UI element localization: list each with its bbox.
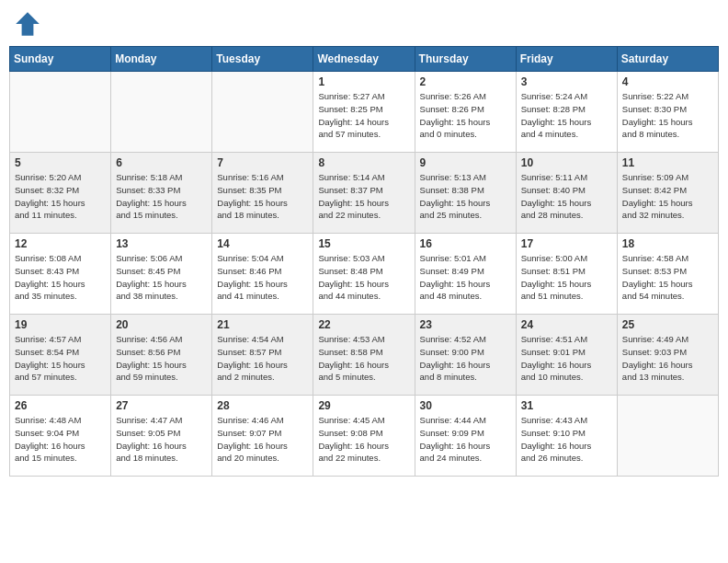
calendar-header-row: SundayMondayTuesdayWednesdayThursdayFrid… [10,47,719,72]
day-info: Sunrise: 4:52 AM Sunset: 9:00 PM Dayligh… [420,333,511,384]
calendar-cell: 28Sunrise: 4:46 AM Sunset: 9:07 PM Dayli… [212,396,313,477]
day-number: 12 [15,237,106,250]
calendar-cell: 18Sunrise: 4:58 AM Sunset: 8:53 PM Dayli… [617,234,718,315]
calendar-cell: 12Sunrise: 5:08 AM Sunset: 8:43 PM Dayli… [10,234,111,315]
calendar-cell: 10Sunrise: 5:11 AM Sunset: 8:40 PM Dayli… [516,153,617,234]
day-number: 15 [318,237,409,250]
calendar-cell: 9Sunrise: 5:13 AM Sunset: 8:38 PM Daylig… [415,153,516,234]
calendar-cell: 23Sunrise: 4:52 AM Sunset: 9:00 PM Dayli… [415,315,516,396]
day-info: Sunrise: 5:13 AM Sunset: 8:38 PM Dayligh… [420,171,511,222]
day-number: 5 [15,156,106,169]
day-info: Sunrise: 5:06 AM Sunset: 8:45 PM Dayligh… [116,252,207,303]
calendar-cell: 11Sunrise: 5:09 AM Sunset: 8:42 PM Dayli… [617,153,718,234]
day-number: 28 [217,399,308,412]
weekday-header-saturday: Saturday [617,47,718,72]
weekday-header-sunday: Sunday [10,47,111,72]
calendar-week-row: 26Sunrise: 4:48 AM Sunset: 9:04 PM Dayli… [10,396,719,477]
logo [13,9,46,39]
day-number: 27 [116,399,207,412]
day-info: Sunrise: 4:56 AM Sunset: 8:56 PM Dayligh… [116,333,207,384]
day-info: Sunrise: 4:44 AM Sunset: 9:09 PM Dayligh… [420,414,511,465]
calendar-week-row: 1Sunrise: 5:27 AM Sunset: 8:25 PM Daylig… [10,72,719,153]
calendar-cell [111,72,212,153]
day-info: Sunrise: 5:20 AM Sunset: 8:32 PM Dayligh… [15,171,106,222]
day-info: Sunrise: 5:04 AM Sunset: 8:46 PM Dayligh… [217,252,308,303]
day-number: 19 [15,318,106,331]
day-info: Sunrise: 5:16 AM Sunset: 8:35 PM Dayligh… [217,171,308,222]
calendar-cell: 29Sunrise: 4:45 AM Sunset: 9:08 PM Dayli… [313,396,415,477]
calendar-cell: 22Sunrise: 4:53 AM Sunset: 8:58 PM Dayli… [313,315,415,396]
calendar-cell: 27Sunrise: 4:47 AM Sunset: 9:05 PM Dayli… [111,396,212,477]
calendar-cell: 4Sunrise: 5:22 AM Sunset: 8:30 PM Daylig… [617,72,718,153]
calendar-cell: 24Sunrise: 4:51 AM Sunset: 9:01 PM Dayli… [516,315,617,396]
day-number: 4 [622,75,713,88]
day-info: Sunrise: 5:00 AM Sunset: 8:51 PM Dayligh… [521,252,612,303]
calendar-week-row: 12Sunrise: 5:08 AM Sunset: 8:43 PM Dayli… [10,234,719,315]
day-info: Sunrise: 4:48 AM Sunset: 9:04 PM Dayligh… [15,414,106,465]
calendar-cell: 17Sunrise: 5:00 AM Sunset: 8:51 PM Dayli… [516,234,617,315]
logo-icon [13,9,42,39]
calendar-cell: 16Sunrise: 5:01 AM Sunset: 8:49 PM Dayli… [415,234,516,315]
day-number: 30 [420,399,511,412]
day-info: Sunrise: 4:46 AM Sunset: 9:07 PM Dayligh… [217,414,308,465]
day-info: Sunrise: 4:57 AM Sunset: 8:54 PM Dayligh… [15,333,106,384]
day-info: Sunrise: 4:53 AM Sunset: 8:58 PM Dayligh… [318,333,409,384]
day-info: Sunrise: 5:03 AM Sunset: 8:48 PM Dayligh… [318,252,409,303]
calendar-cell: 2Sunrise: 5:26 AM Sunset: 8:26 PM Daylig… [415,72,516,153]
day-number: 22 [318,318,409,331]
day-number: 31 [521,399,612,412]
day-number: 11 [622,156,713,169]
day-number: 20 [116,318,207,331]
day-info: Sunrise: 5:09 AM Sunset: 8:42 PM Dayligh… [622,171,713,222]
calendar-week-row: 19Sunrise: 4:57 AM Sunset: 8:54 PM Dayli… [10,315,719,396]
day-info: Sunrise: 5:26 AM Sunset: 8:26 PM Dayligh… [420,90,511,141]
calendar-table: SundayMondayTuesdayWednesdayThursdayFrid… [9,46,719,477]
day-info: Sunrise: 4:45 AM Sunset: 9:08 PM Dayligh… [318,414,409,465]
day-number: 24 [521,318,612,331]
calendar-cell: 3Sunrise: 5:24 AM Sunset: 8:28 PM Daylig… [516,72,617,153]
day-info: Sunrise: 5:11 AM Sunset: 8:40 PM Dayligh… [521,171,612,222]
day-number: 7 [217,156,308,169]
day-number: 2 [420,75,511,88]
calendar-cell: 19Sunrise: 4:57 AM Sunset: 8:54 PM Dayli… [10,315,111,396]
day-info: Sunrise: 5:18 AM Sunset: 8:33 PM Dayligh… [116,171,207,222]
calendar-cell: 13Sunrise: 5:06 AM Sunset: 8:45 PM Dayli… [111,234,212,315]
calendar-cell: 26Sunrise: 4:48 AM Sunset: 9:04 PM Dayli… [10,396,111,477]
day-number: 23 [420,318,511,331]
day-number: 13 [116,237,207,250]
day-number: 8 [318,156,409,169]
day-number: 10 [521,156,612,169]
calendar-cell: 8Sunrise: 5:14 AM Sunset: 8:37 PM Daylig… [313,153,415,234]
day-number: 29 [318,399,409,412]
calendar-cell: 20Sunrise: 4:56 AM Sunset: 8:56 PM Dayli… [111,315,212,396]
day-info: Sunrise: 4:58 AM Sunset: 8:53 PM Dayligh… [622,252,713,303]
weekday-header-monday: Monday [111,47,212,72]
day-number: 9 [420,156,511,169]
day-number: 16 [420,237,511,250]
day-info: Sunrise: 5:22 AM Sunset: 8:30 PM Dayligh… [622,90,713,141]
day-info: Sunrise: 5:08 AM Sunset: 8:43 PM Dayligh… [15,252,106,303]
day-number: 21 [217,318,308,331]
weekday-header-friday: Friday [516,47,617,72]
page-header [9,9,719,39]
calendar-cell: 6Sunrise: 5:18 AM Sunset: 8:33 PM Daylig… [111,153,212,234]
day-info: Sunrise: 5:01 AM Sunset: 8:49 PM Dayligh… [420,252,511,303]
day-number: 14 [217,237,308,250]
calendar-cell: 1Sunrise: 5:27 AM Sunset: 8:25 PM Daylig… [313,72,415,153]
calendar-cell: 5Sunrise: 5:20 AM Sunset: 8:32 PM Daylig… [10,153,111,234]
calendar-cell [10,72,111,153]
calendar-cell [212,72,313,153]
day-number: 1 [318,75,409,88]
calendar-cell: 7Sunrise: 5:16 AM Sunset: 8:35 PM Daylig… [212,153,313,234]
day-number: 26 [15,399,106,412]
weekday-header-thursday: Thursday [415,47,516,72]
day-info: Sunrise: 4:49 AM Sunset: 9:03 PM Dayligh… [622,333,713,384]
day-number: 6 [116,156,207,169]
day-info: Sunrise: 5:14 AM Sunset: 8:37 PM Dayligh… [318,171,409,222]
svg-marker-0 [16,12,40,36]
calendar-cell: 15Sunrise: 5:03 AM Sunset: 8:48 PM Dayli… [313,234,415,315]
day-number: 18 [622,237,713,250]
calendar-week-row: 5Sunrise: 5:20 AM Sunset: 8:32 PM Daylig… [10,153,719,234]
calendar-cell [617,396,718,477]
day-info: Sunrise: 5:24 AM Sunset: 8:28 PM Dayligh… [521,90,612,141]
